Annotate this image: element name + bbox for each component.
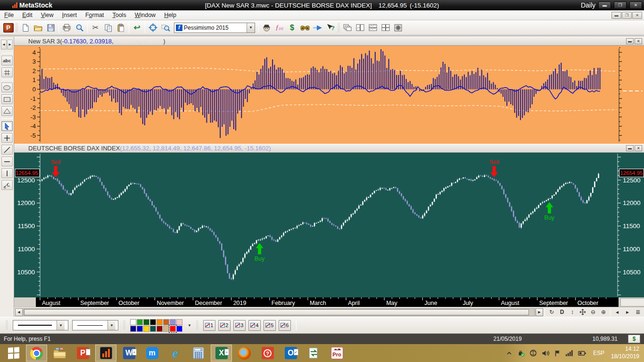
signal-icon[interactable] bbox=[565, 350, 573, 356]
refresh-button[interactable]: ↻ bbox=[546, 308, 557, 316]
cut-button[interactable]: ✂ bbox=[89, 22, 102, 33]
color-swatch[interactable] bbox=[143, 326, 149, 332]
options-button[interactable] bbox=[392, 22, 405, 33]
next-button[interactable]: ▸ bbox=[622, 308, 633, 316]
zoom-in-button[interactable]: ⊕ bbox=[598, 308, 609, 316]
layout-5-button[interactable]: 5 bbox=[264, 320, 276, 331]
vertical-line-button[interactable] bbox=[1, 168, 13, 178]
help-pointer-button[interactable]: ? bbox=[324, 22, 337, 33]
volume-icon[interactable] bbox=[542, 350, 550, 357]
undo-button[interactable]: ↩ bbox=[131, 22, 143, 33]
triangle-button[interactable] bbox=[1, 106, 13, 116]
indicator-panel-title[interactable]: New SAR 3 (-0.17630, 2.03918, 1.93170, -… bbox=[14, 37, 644, 46]
price-chart[interactable]: 1250012500120001200011500115001100011000… bbox=[14, 153, 644, 297]
toolbar-grip[interactable] bbox=[123, 321, 125, 330]
chevron-down-icon[interactable]: ▼ bbox=[247, 23, 255, 33]
layout-3-button[interactable]: 3 bbox=[233, 320, 246, 331]
color-swatch[interactable] bbox=[150, 326, 156, 332]
expert-advisor-button[interactable] bbox=[260, 22, 273, 33]
print-button[interactable] bbox=[60, 22, 73, 33]
language-indicator[interactable]: ESP bbox=[593, 350, 604, 356]
menu-tools[interactable]: Tools bbox=[108, 11, 130, 19]
mdi-restore-button[interactable]: ❐ bbox=[622, 12, 632, 19]
color-swatch[interactable] bbox=[157, 326, 163, 332]
taskbar-file-explorer-button[interactable] bbox=[49, 345, 70, 362]
taskbar-outlook-button[interactable]: O✓ bbox=[280, 345, 301, 362]
layout-4-button[interactable]: 4 bbox=[248, 320, 261, 331]
grid-button[interactable] bbox=[1, 67, 13, 77]
battery-icon[interactable] bbox=[578, 350, 586, 356]
taskbar-word-button[interactable]: W≡ bbox=[118, 345, 140, 362]
minimize-button[interactable]: ▬ bbox=[598, 1, 611, 9]
hidden-icons-icon[interactable] bbox=[506, 350, 512, 356]
menu-edit[interactable]: Edit bbox=[18, 11, 37, 19]
template-combo[interactable]: fPessimismo 2015▼ bbox=[174, 23, 255, 33]
menu-help[interactable]: Help bbox=[160, 11, 181, 19]
metastock-p-button[interactable]: P bbox=[2, 22, 15, 33]
color-swatch[interactable] bbox=[170, 326, 176, 332]
cascade-button[interactable] bbox=[341, 22, 354, 33]
taskbar-sync-button[interactable] bbox=[303, 345, 324, 362]
horizontal-line-button[interactable] bbox=[1, 156, 13, 166]
network-icon[interactable] bbox=[529, 349, 537, 357]
layout-6-button[interactable]: 6 bbox=[279, 320, 291, 331]
ellipse-button[interactable] bbox=[1, 82, 13, 92]
system-tester-button[interactable]: $ bbox=[286, 22, 298, 33]
palette-dropdown-icon[interactable]: ▼ bbox=[188, 323, 191, 328]
tile-grid-button[interactable] bbox=[379, 22, 392, 33]
mdi-close-button[interactable]: ✕ bbox=[632, 12, 642, 19]
prev-button[interactable]: ◂ bbox=[612, 308, 622, 316]
toolbar-grip[interactable] bbox=[196, 321, 198, 330]
taskbar-maxthon-button[interactable]: m bbox=[141, 345, 163, 362]
rectangle-button[interactable] bbox=[1, 94, 13, 104]
regression-tool-button[interactable]: S bbox=[1, 180, 13, 190]
menu-view[interactable]: View bbox=[37, 11, 58, 19]
color-swatch[interactable] bbox=[176, 326, 182, 332]
paste-button[interactable] bbox=[115, 22, 127, 33]
color-swatch[interactable] bbox=[176, 319, 182, 325]
scroll-left-button[interactable]: ◄ bbox=[1, 40, 7, 49]
tile-vertical-button[interactable] bbox=[354, 22, 366, 33]
save-button[interactable] bbox=[44, 22, 57, 33]
color-swatch[interactable] bbox=[130, 326, 136, 332]
title-bar[interactable]: MetaStock [DAX New SAR 3.mwc - DEUTSCHE … bbox=[0, 0, 644, 10]
scrollbar-thumb[interactable] bbox=[24, 309, 529, 315]
chevron-down-icon[interactable]: ▼ bbox=[107, 321, 116, 330]
color-swatch[interactable] bbox=[163, 319, 169, 325]
taskbar-calculator-button[interactable]: 0 bbox=[188, 345, 209, 362]
line-style-combo[interactable]: ▼ bbox=[13, 320, 68, 330]
crosshair-button[interactable] bbox=[147, 22, 159, 33]
taskbar-project-pro-button[interactable]: Pro bbox=[326, 345, 347, 362]
color-swatch[interactable] bbox=[130, 319, 136, 325]
indicator-builder-button[interactable]: ƒ(x) bbox=[273, 22, 286, 33]
pointer-button[interactable] bbox=[1, 121, 13, 131]
usb-icon[interactable] bbox=[517, 349, 525, 357]
toolbar-grip[interactable] bbox=[16, 23, 18, 33]
menu-window[interactable]: Window bbox=[131, 11, 160, 19]
scroll-right-button[interactable]: ► bbox=[536, 308, 543, 316]
mdi-minimize-button[interactable]: ▬ bbox=[611, 12, 621, 19]
taskbar-metastock-button[interactable] bbox=[95, 345, 116, 362]
scroll-right-button[interactable]: ► bbox=[7, 40, 13, 49]
menu-insert[interactable]: Insert bbox=[58, 11, 81, 19]
panel-close-button[interactable]: ✕ bbox=[635, 38, 642, 44]
taskbar-help-button[interactable]: ? bbox=[257, 345, 278, 362]
line-weight-combo[interactable]: ▼ bbox=[72, 320, 118, 330]
text-button[interactable]: abc bbox=[1, 56, 13, 66]
taskbar-excel-button[interactable]: X≡ bbox=[211, 345, 232, 362]
toolbar-grip[interactable] bbox=[6, 321, 8, 330]
copy-button[interactable] bbox=[102, 22, 115, 33]
panel-minimize-button[interactable]: ▬ bbox=[626, 38, 634, 44]
menu-button[interactable]: ≣ bbox=[633, 308, 643, 316]
zoom-area-button[interactable] bbox=[159, 22, 172, 33]
periodicity-daily-button[interactable]: D bbox=[557, 308, 567, 316]
zoom-out-button[interactable]: ⊖ bbox=[588, 308, 598, 316]
layout-2-button[interactable]: 2 bbox=[218, 320, 231, 331]
color-swatch[interactable] bbox=[163, 326, 169, 332]
explorer-button[interactable] bbox=[298, 22, 311, 33]
new-chart-button[interactable] bbox=[19, 22, 32, 33]
tile-horizontal-button[interactable] bbox=[366, 22, 379, 33]
taskbar-start-button[interactable] bbox=[3, 345, 24, 362]
crosshair-tool-button[interactable] bbox=[1, 133, 13, 143]
color-swatch[interactable] bbox=[143, 319, 149, 325]
